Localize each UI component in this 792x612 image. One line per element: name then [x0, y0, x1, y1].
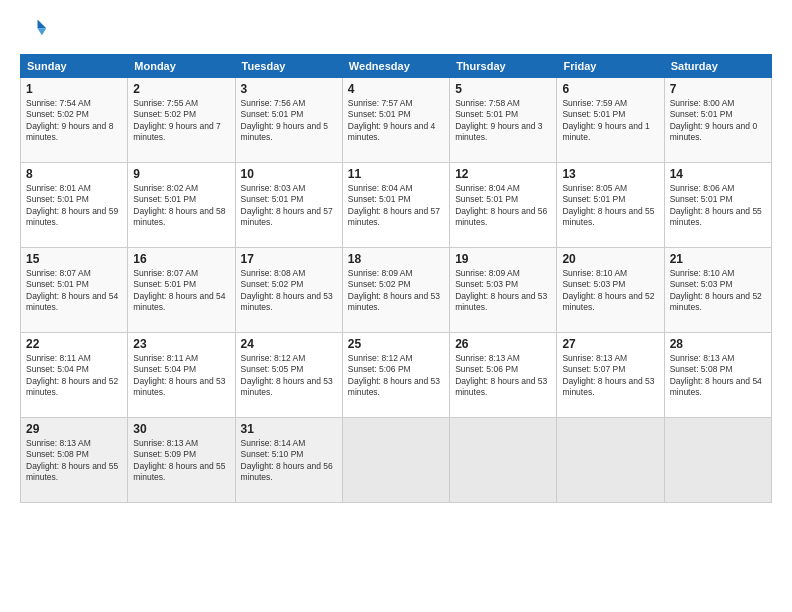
calendar-cell: [557, 418, 664, 503]
day-info: Sunrise: 8:13 AM Sunset: 5:06 PM Dayligh…: [455, 353, 551, 399]
day-number: 30: [133, 422, 229, 436]
calendar-cell: 2 Sunrise: 7:55 AM Sunset: 5:02 PM Dayli…: [128, 78, 235, 163]
day-number: 14: [670, 167, 766, 181]
day-number: 9: [133, 167, 229, 181]
day-number: 7: [670, 82, 766, 96]
day-info: Sunrise: 8:12 AM Sunset: 5:06 PM Dayligh…: [348, 353, 444, 399]
calendar-cell: 17 Sunrise: 8:08 AM Sunset: 5:02 PM Dayl…: [235, 248, 342, 333]
day-info: Sunrise: 8:05 AM Sunset: 5:01 PM Dayligh…: [562, 183, 658, 229]
day-info: Sunrise: 7:56 AM Sunset: 5:01 PM Dayligh…: [241, 98, 337, 144]
day-number: 16: [133, 252, 229, 266]
weekday-header-row: SundayMondayTuesdayWednesdayThursdayFrid…: [21, 55, 772, 78]
day-number: 10: [241, 167, 337, 181]
calendar-cell: 27 Sunrise: 8:13 AM Sunset: 5:07 PM Dayl…: [557, 333, 664, 418]
week-row-1: 1 Sunrise: 7:54 AM Sunset: 5:02 PM Dayli…: [21, 78, 772, 163]
day-number: 24: [241, 337, 337, 351]
weekday-header-sunday: Sunday: [21, 55, 128, 78]
week-row-2: 8 Sunrise: 8:01 AM Sunset: 5:01 PM Dayli…: [21, 163, 772, 248]
day-number: 21: [670, 252, 766, 266]
week-row-5: 29 Sunrise: 8:13 AM Sunset: 5:08 PM Dayl…: [21, 418, 772, 503]
day-info: Sunrise: 8:07 AM Sunset: 5:01 PM Dayligh…: [26, 268, 122, 314]
calendar-cell: 28 Sunrise: 8:13 AM Sunset: 5:08 PM Dayl…: [664, 333, 771, 418]
day-number: 11: [348, 167, 444, 181]
calendar-cell: 8 Sunrise: 8:01 AM Sunset: 5:01 PM Dayli…: [21, 163, 128, 248]
day-info: Sunrise: 8:04 AM Sunset: 5:01 PM Dayligh…: [455, 183, 551, 229]
svg-marker-0: [38, 20, 47, 29]
weekday-header-friday: Friday: [557, 55, 664, 78]
calendar: SundayMondayTuesdayWednesdayThursdayFrid…: [20, 54, 772, 503]
calendar-cell: 23 Sunrise: 8:11 AM Sunset: 5:04 PM Dayl…: [128, 333, 235, 418]
day-number: 31: [241, 422, 337, 436]
calendar-cell: 24 Sunrise: 8:12 AM Sunset: 5:05 PM Dayl…: [235, 333, 342, 418]
day-number: 2: [133, 82, 229, 96]
day-number: 19: [455, 252, 551, 266]
day-number: 13: [562, 167, 658, 181]
calendar-cell: 15 Sunrise: 8:07 AM Sunset: 5:01 PM Dayl…: [21, 248, 128, 333]
day-info: Sunrise: 7:57 AM Sunset: 5:01 PM Dayligh…: [348, 98, 444, 144]
calendar-cell: 25 Sunrise: 8:12 AM Sunset: 5:06 PM Dayl…: [342, 333, 449, 418]
calendar-cell: 26 Sunrise: 8:13 AM Sunset: 5:06 PM Dayl…: [450, 333, 557, 418]
calendar-cell: 14 Sunrise: 8:06 AM Sunset: 5:01 PM Dayl…: [664, 163, 771, 248]
header: [20, 16, 772, 44]
weekday-header-wednesday: Wednesday: [342, 55, 449, 78]
day-number: 8: [26, 167, 122, 181]
day-info: Sunrise: 8:02 AM Sunset: 5:01 PM Dayligh…: [133, 183, 229, 229]
day-info: Sunrise: 8:03 AM Sunset: 5:01 PM Dayligh…: [241, 183, 337, 229]
weekday-header-thursday: Thursday: [450, 55, 557, 78]
calendar-cell: 1 Sunrise: 7:54 AM Sunset: 5:02 PM Dayli…: [21, 78, 128, 163]
day-info: Sunrise: 8:00 AM Sunset: 5:01 PM Dayligh…: [670, 98, 766, 144]
calendar-cell: 3 Sunrise: 7:56 AM Sunset: 5:01 PM Dayli…: [235, 78, 342, 163]
day-number: 1: [26, 82, 122, 96]
day-info: Sunrise: 7:55 AM Sunset: 5:02 PM Dayligh…: [133, 98, 229, 144]
day-number: 20: [562, 252, 658, 266]
day-number: 25: [348, 337, 444, 351]
day-info: Sunrise: 8:13 AM Sunset: 5:08 PM Dayligh…: [670, 353, 766, 399]
day-number: 3: [241, 82, 337, 96]
calendar-cell: 6 Sunrise: 7:59 AM Sunset: 5:01 PM Dayli…: [557, 78, 664, 163]
day-info: Sunrise: 7:58 AM Sunset: 5:01 PM Dayligh…: [455, 98, 551, 144]
calendar-cell: 29 Sunrise: 8:13 AM Sunset: 5:08 PM Dayl…: [21, 418, 128, 503]
day-info: Sunrise: 7:59 AM Sunset: 5:01 PM Dayligh…: [562, 98, 658, 144]
day-info: Sunrise: 8:11 AM Sunset: 5:04 PM Dayligh…: [133, 353, 229, 399]
weekday-header-saturday: Saturday: [664, 55, 771, 78]
day-number: 22: [26, 337, 122, 351]
calendar-cell: 11 Sunrise: 8:04 AM Sunset: 5:01 PM Dayl…: [342, 163, 449, 248]
day-info: Sunrise: 8:13 AM Sunset: 5:08 PM Dayligh…: [26, 438, 122, 484]
calendar-cell: 31 Sunrise: 8:14 AM Sunset: 5:10 PM Dayl…: [235, 418, 342, 503]
day-info: Sunrise: 8:11 AM Sunset: 5:04 PM Dayligh…: [26, 353, 122, 399]
logo: [20, 16, 52, 44]
day-number: 6: [562, 82, 658, 96]
day-info: Sunrise: 8:07 AM Sunset: 5:01 PM Dayligh…: [133, 268, 229, 314]
calendar-cell: 20 Sunrise: 8:10 AM Sunset: 5:03 PM Dayl…: [557, 248, 664, 333]
day-info: Sunrise: 8:14 AM Sunset: 5:10 PM Dayligh…: [241, 438, 337, 484]
page: SundayMondayTuesdayWednesdayThursdayFrid…: [0, 0, 792, 612]
day-info: Sunrise: 8:09 AM Sunset: 5:02 PM Dayligh…: [348, 268, 444, 314]
calendar-cell: 12 Sunrise: 8:04 AM Sunset: 5:01 PM Dayl…: [450, 163, 557, 248]
day-number: 26: [455, 337, 551, 351]
day-info: Sunrise: 8:06 AM Sunset: 5:01 PM Dayligh…: [670, 183, 766, 229]
day-info: Sunrise: 8:01 AM Sunset: 5:01 PM Dayligh…: [26, 183, 122, 229]
day-info: Sunrise: 8:10 AM Sunset: 5:03 PM Dayligh…: [562, 268, 658, 314]
calendar-cell: 7 Sunrise: 8:00 AM Sunset: 5:01 PM Dayli…: [664, 78, 771, 163]
day-info: Sunrise: 8:12 AM Sunset: 5:05 PM Dayligh…: [241, 353, 337, 399]
week-row-3: 15 Sunrise: 8:07 AM Sunset: 5:01 PM Dayl…: [21, 248, 772, 333]
day-number: 29: [26, 422, 122, 436]
calendar-cell: 9 Sunrise: 8:02 AM Sunset: 5:01 PM Dayli…: [128, 163, 235, 248]
day-number: 15: [26, 252, 122, 266]
calendar-cell: [450, 418, 557, 503]
day-number: 23: [133, 337, 229, 351]
day-info: Sunrise: 7:54 AM Sunset: 5:02 PM Dayligh…: [26, 98, 122, 144]
calendar-cell: 16 Sunrise: 8:07 AM Sunset: 5:01 PM Dayl…: [128, 248, 235, 333]
day-info: Sunrise: 8:13 AM Sunset: 5:09 PM Dayligh…: [133, 438, 229, 484]
calendar-cell: 13 Sunrise: 8:05 AM Sunset: 5:01 PM Dayl…: [557, 163, 664, 248]
day-number: 4: [348, 82, 444, 96]
day-number: 18: [348, 252, 444, 266]
logo-icon: [20, 16, 48, 44]
calendar-cell: 21 Sunrise: 8:10 AM Sunset: 5:03 PM Dayl…: [664, 248, 771, 333]
calendar-cell: [342, 418, 449, 503]
calendar-cell: 10 Sunrise: 8:03 AM Sunset: 5:01 PM Dayl…: [235, 163, 342, 248]
weekday-header-tuesday: Tuesday: [235, 55, 342, 78]
day-info: Sunrise: 8:09 AM Sunset: 5:03 PM Dayligh…: [455, 268, 551, 314]
calendar-cell: 30 Sunrise: 8:13 AM Sunset: 5:09 PM Dayl…: [128, 418, 235, 503]
day-number: 12: [455, 167, 551, 181]
